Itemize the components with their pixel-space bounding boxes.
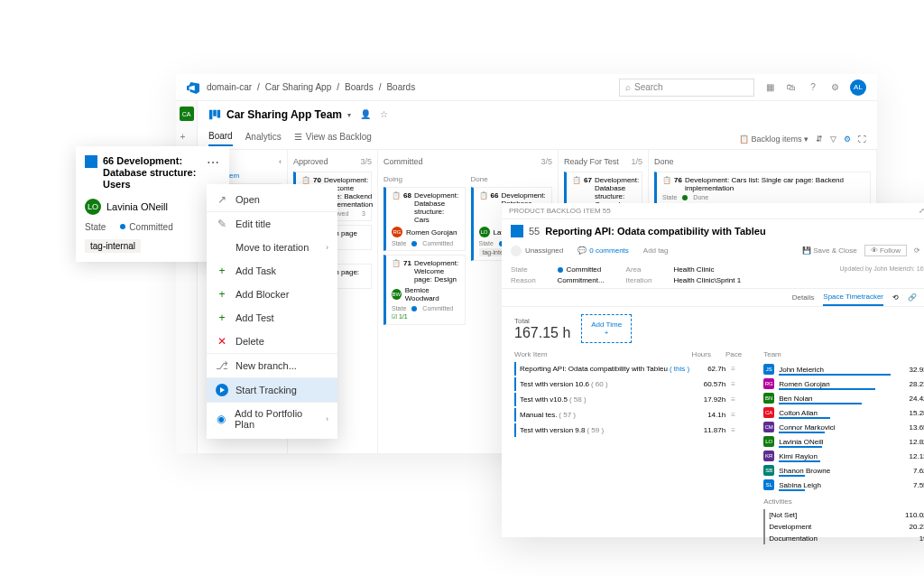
menu-add-portfolio[interactable]: ◉Add to Portfolio Plan› xyxy=(207,402,337,435)
column-title: Done xyxy=(654,157,674,166)
filter-icon[interactable]: ⇵ xyxy=(816,135,823,144)
menu-add-task[interactable]: +Add Task xyxy=(207,259,337,283)
more-actions-icon[interactable]: ⋯ xyxy=(207,155,220,170)
menu-edit-title[interactable]: ✎Edit title xyxy=(207,211,337,236)
state-label: State xyxy=(85,222,106,232)
breadcrumb[interactable]: domain-car xyxy=(207,82,252,92)
board-icon xyxy=(208,108,221,121)
workitem-row[interactable]: Test with version 9.8( 59 )11.87h≡ xyxy=(514,423,742,437)
updated-by: Updated by John Meierich: 16 Apr xyxy=(840,265,924,284)
menu-move-iteration[interactable]: Move to iteration› xyxy=(207,236,337,259)
context-menu: ↗Open ✎Edit title Move to iteration› +Ad… xyxy=(207,184,337,439)
board-card[interactable]: 📋68Development: Database structure: Cars… xyxy=(383,187,466,251)
workitem-row[interactable]: Test with version 10.6( 60 )60.57h≡ xyxy=(514,377,742,391)
top-bar: domain-car/ Car Sharing App/ Boards/ Boa… xyxy=(176,74,877,101)
avatar[interactable]: AL xyxy=(850,79,866,96)
help-icon[interactable]: ? xyxy=(807,81,819,94)
funnel-icon[interactable]: ▽ xyxy=(830,135,836,144)
history-icon[interactable]: ⟲ xyxy=(892,293,899,302)
team-row[interactable]: KRKimi Raylon12.13h xyxy=(763,449,924,463)
column-header: Pace xyxy=(725,350,742,358)
chevron-down-icon[interactable]: ▾ xyxy=(347,111,351,119)
avatar: KR xyxy=(763,451,774,461)
menu-add-blocker[interactable]: +Add Blocker xyxy=(207,283,337,306)
team-row[interactable]: CMConnor Markovici13.65h xyxy=(763,420,924,434)
pace-icon: ≡ xyxy=(731,395,742,404)
menu-add-test[interactable]: +Add Test xyxy=(207,306,337,330)
search-input[interactable]: ⌕Search xyxy=(619,79,754,97)
tab-details[interactable]: Details xyxy=(792,290,814,305)
tab-timetracker[interactable]: Space Timetracker xyxy=(823,289,883,306)
follow-button[interactable]: 👁 Follow xyxy=(864,245,907,256)
board-card[interactable]: 📋76Development: Cars list: Single car pa… xyxy=(654,172,871,205)
tab-view-backlog[interactable]: ☰View as Backlog xyxy=(294,132,372,145)
activity-row[interactable]: Development20.23h xyxy=(763,521,924,533)
star-icon[interactable]: ☆ xyxy=(380,109,391,120)
activity-row[interactable]: [Not Set]110.02h xyxy=(763,509,924,521)
total-label: Total xyxy=(514,317,570,325)
workitem-row[interactable]: Reporting API: Odata compatibility with … xyxy=(514,362,742,376)
avatar: RG xyxy=(392,227,402,237)
menu-open[interactable]: ↗Open xyxy=(207,188,337,211)
avatar: RG xyxy=(763,378,774,389)
comments-count[interactable]: 💬0 comments xyxy=(578,246,629,255)
team-header: Car Sharing App Team ▾ 👤 ☆ xyxy=(198,101,877,128)
tab-board[interactable]: Board xyxy=(208,131,233,146)
avatar: LO xyxy=(763,436,774,447)
svg-rect-0 xyxy=(209,110,213,120)
team-row[interactable]: SBShanon Browne7.62h xyxy=(763,463,924,478)
activity-row[interactable]: Documentation19h xyxy=(763,533,924,544)
avatar: CA xyxy=(763,407,774,418)
team-row[interactable]: SLSabina Leigh7.55h xyxy=(763,478,924,492)
total-hours: 167.15 h xyxy=(514,325,570,341)
side-panel-header: PRODUCT BACKLOG ITEM 55 ⤢ ✕ xyxy=(502,203,924,219)
breadcrumb[interactable]: Boards xyxy=(345,82,374,92)
menu-start-tracking[interactable]: Start Tracking xyxy=(207,377,337,402)
menu-delete[interactable]: ✕Delete xyxy=(207,330,337,353)
column-title: Ready For Test xyxy=(564,157,619,166)
team-name[interactable]: Car Sharing App Team xyxy=(226,108,342,121)
avatar: BW xyxy=(392,289,402,300)
breadcrumb[interactable]: Car Sharing App xyxy=(265,82,331,92)
menu-new-branch[interactable]: ⎇New branch... xyxy=(207,353,337,377)
avatar: BN xyxy=(763,393,774,404)
link-icon[interactable]: 🔗 xyxy=(908,293,917,302)
team-row[interactable]: RGRomen Gorojan28.23h xyxy=(763,376,924,391)
workitem-title[interactable]: Reporting API: Odata compatibility with … xyxy=(545,226,765,237)
people-icon[interactable]: 👤 xyxy=(360,109,371,120)
tab-analytics[interactable]: Analytics xyxy=(245,132,282,145)
tabs-row: Board Analytics ☰View as Backlog 📋 Backl… xyxy=(198,128,877,150)
pace-icon: ≡ xyxy=(731,365,742,373)
column-title: Approved xyxy=(293,157,328,166)
project-icon[interactable]: CA xyxy=(180,107,194,121)
workitem-row[interactable]: Manual tes.( 57 )14.1h≡ xyxy=(514,408,742,422)
grid-icon[interactable]: ▦ xyxy=(763,81,776,94)
fullscreen-icon[interactable]: ⛶ xyxy=(858,135,866,144)
team-row[interactable]: CAColton Allan15.28h xyxy=(763,405,924,420)
workitem-id: 55 xyxy=(529,226,540,237)
expand-icon[interactable]: ⤢ xyxy=(919,207,924,215)
state-value: Committed xyxy=(129,222,172,232)
assignee-field[interactable]: Unassigned xyxy=(511,246,563,256)
workitem-row[interactable]: Test with v10.5( 58 )17.92h≡ xyxy=(514,393,742,406)
pace-icon: ≡ xyxy=(731,426,742,434)
add-time-button[interactable]: Add Time+ xyxy=(581,314,632,343)
backlog-items-dropdown[interactable]: 📋 Backlog items ▾ xyxy=(739,135,808,144)
add-icon[interactable]: + xyxy=(180,132,193,144)
tag[interactable]: tag-internal xyxy=(85,239,141,253)
board-card[interactable]: 📋71Development: Welcome page: Design BWB… xyxy=(383,255,466,325)
add-tag-button[interactable]: Add tag xyxy=(643,246,669,255)
settings-icon[interactable]: ⚙ xyxy=(828,81,841,94)
save-close-button[interactable]: 💾 Save & Close xyxy=(802,246,857,255)
workitem-icon xyxy=(85,155,97,168)
team-row[interactable]: BNBen Nolan24.42h xyxy=(763,391,924,405)
marketplace-icon[interactable]: 🛍 xyxy=(785,81,798,94)
team-row[interactable]: JSJohn Meierich32.93h xyxy=(763,362,924,376)
gear-icon[interactable]: ⚙ xyxy=(844,135,851,144)
breadcrumb[interactable]: Boards xyxy=(386,82,415,92)
team-row[interactable]: LOLavinia ONeill12.82h xyxy=(763,434,924,449)
refresh-icon[interactable]: ⟳ xyxy=(914,246,920,255)
avatar: JS xyxy=(763,364,774,375)
assignee-name: Lavinia ONeill xyxy=(106,201,168,212)
svg-rect-1 xyxy=(213,110,217,116)
